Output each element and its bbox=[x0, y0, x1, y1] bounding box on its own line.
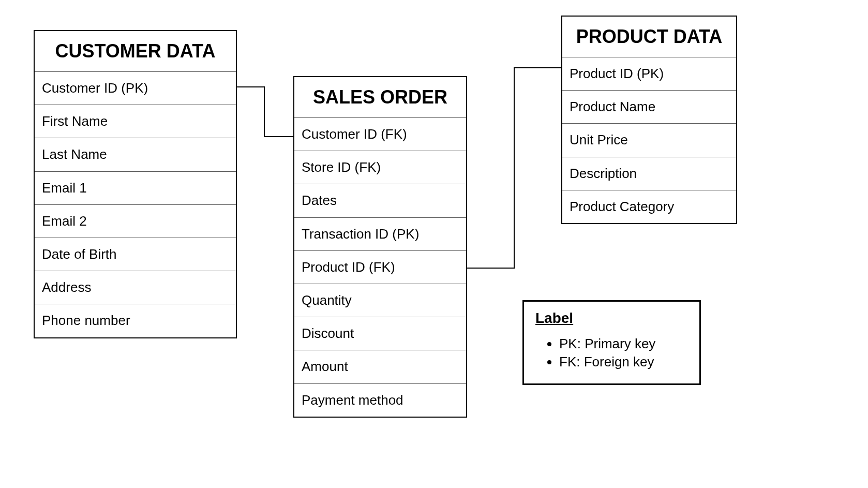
entity-sales-field: Discount bbox=[294, 317, 466, 350]
entity-customer-field: Last Name bbox=[35, 138, 236, 171]
entity-product-field: Product Category bbox=[562, 190, 736, 223]
entity-sales-field: Store ID (FK) bbox=[294, 151, 466, 184]
entity-product-field: Product ID (PK) bbox=[562, 57, 736, 91]
connector-customer-to-sales bbox=[264, 136, 293, 137]
entity-customer-field: First Name bbox=[35, 105, 236, 138]
connector-sales-to-product bbox=[467, 268, 515, 269]
entity-sales-field: Quantity bbox=[294, 284, 466, 317]
entity-product: PRODUCT DATA Product ID (PK) Product Nam… bbox=[561, 16, 737, 224]
entity-sales: SALES ORDER Customer ID (FK) Store ID (F… bbox=[293, 76, 467, 418]
legend-box: Label PK: Primary key FK: Foreign key bbox=[522, 300, 701, 385]
entity-customer-field: Email 1 bbox=[35, 172, 236, 205]
entity-sales-field: Customer ID (FK) bbox=[294, 118, 466, 151]
entity-sales-field: Product ID (FK) bbox=[294, 251, 466, 284]
entity-sales-field: Amount bbox=[294, 350, 466, 383]
entity-sales-field: Dates bbox=[294, 184, 466, 217]
legend-item: PK: Primary key bbox=[559, 336, 688, 352]
entity-customer-field: Phone number bbox=[35, 304, 236, 337]
connector-sales-to-product bbox=[514, 67, 561, 68]
entity-customer-field: Address bbox=[35, 271, 236, 304]
entity-customer-field: Date of Birth bbox=[35, 238, 236, 271]
entity-product-field: Product Name bbox=[562, 91, 736, 124]
entity-product-title: PRODUCT DATA bbox=[562, 17, 736, 57]
connector-sales-to-product bbox=[514, 67, 515, 269]
legend-list: PK: Primary key FK: Foreign key bbox=[535, 336, 688, 370]
legend-title: Label bbox=[535, 310, 688, 327]
entity-sales-field: Payment method bbox=[294, 384, 466, 417]
entity-sales-title: SALES ORDER bbox=[294, 77, 466, 118]
entity-customer-field: Email 2 bbox=[35, 205, 236, 238]
entity-customer-title: CUSTOMER DATA bbox=[35, 31, 236, 72]
entity-customer-field: Customer ID (PK) bbox=[35, 72, 236, 105]
connector-customer-to-sales bbox=[237, 86, 265, 87]
entity-product-field: Unit Price bbox=[562, 124, 736, 157]
legend-item: FK: Foreign key bbox=[559, 354, 688, 370]
connector-customer-to-sales bbox=[264, 86, 265, 137]
entity-product-field: Description bbox=[562, 157, 736, 190]
entity-customer: CUSTOMER DATA Customer ID (PK) First Nam… bbox=[34, 30, 237, 338]
entity-sales-field: Transaction ID (PK) bbox=[294, 218, 466, 251]
